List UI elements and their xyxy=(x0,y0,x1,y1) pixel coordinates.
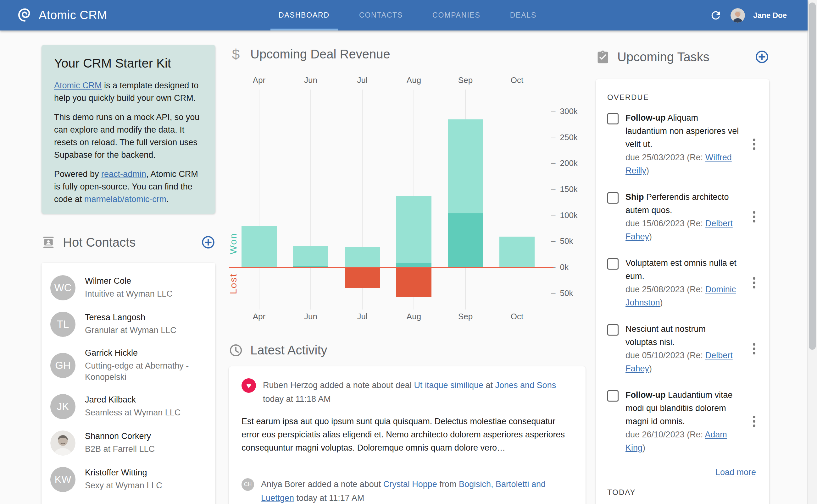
hot-contacts-title: Hot Contacts xyxy=(63,235,135,249)
user-avatar[interactable] xyxy=(731,8,745,23)
list-item-contact[interactable]: Shannon CorkeryB2B at Farrell LLC xyxy=(41,425,216,461)
starter-kit-paragraph: This demo runs on a mock API, so you can… xyxy=(54,111,203,161)
avatar: WC xyxy=(50,275,75,300)
more-options-icon[interactable] xyxy=(750,413,758,430)
page-scrollbar[interactable] xyxy=(807,0,817,504)
x-axis-label-top: Jul xyxy=(343,75,381,85)
more-options-icon[interactable] xyxy=(750,136,758,152)
more-options-icon[interactable] xyxy=(750,341,758,357)
tab-companies[interactable]: COMPANIES xyxy=(424,0,489,30)
list-item-contact[interactable]: KWKristoffer WittingSexy at Wyman LLC xyxy=(41,461,216,498)
contact-text: Jared KilbackSeamless at Wyman LLC xyxy=(85,395,180,418)
task-item: Nesciunt aut nostrum voluptas nisi.due 0… xyxy=(607,322,758,375)
app-logo[interactable]: Atomic CRM xyxy=(17,0,107,30)
x-axis-label-top: Oct xyxy=(498,75,536,85)
y-tick: –300k xyxy=(551,107,578,116)
bar-won-sep[interactable] xyxy=(448,213,483,267)
tab-contacts[interactable]: CONTACTS xyxy=(351,0,411,30)
task-checkbox[interactable] xyxy=(607,390,619,402)
tab-deals[interactable]: DEALS xyxy=(502,0,545,30)
contact-text: Garrick HickleCutting-edge at Abernathy … xyxy=(85,348,209,383)
task-text: Nesciunt aut nostrum voluptas nisi.due 0… xyxy=(626,322,739,375)
y-tick: –0k xyxy=(551,262,568,272)
bar-pending-sep[interactable] xyxy=(448,119,483,213)
list-item-contact[interactable]: GHGarrick HickleCutting-edge at Abernath… xyxy=(41,342,216,388)
tick-mark: – xyxy=(551,211,555,220)
y-tick-label: 0k xyxy=(560,262,568,272)
bar-pending-jul[interactable] xyxy=(345,247,380,267)
bar-pending-apr[interactable] xyxy=(242,226,277,267)
task-description: Nesciunt aut nostrum voluptas nisi. xyxy=(626,322,739,349)
avatar-initials: CH xyxy=(242,478,254,491)
bar-pending-oct[interactable] xyxy=(499,237,535,267)
deal-link[interactable]: Ut itaque similique xyxy=(414,381,483,390)
contact-name: Wilmer Cole xyxy=(85,276,173,286)
atomic-crm-link[interactable]: Atomic CRM xyxy=(54,81,102,90)
y-tick-label: 300k xyxy=(560,107,577,116)
scrollbar-thumb[interactable] xyxy=(809,3,816,350)
y-tick: –250k xyxy=(551,133,578,142)
text-segment: . xyxy=(166,194,169,204)
task-checkbox[interactable] xyxy=(607,324,619,336)
contact-name: Kristoffer Witting xyxy=(85,468,162,478)
contact-subtitle: Granular at Wyman LLC xyxy=(85,325,176,336)
text-segment: ) xyxy=(649,232,652,241)
bar-pending-aug[interactable] xyxy=(396,196,431,263)
x-axis-label-top: Aug xyxy=(395,75,433,85)
tasks-title: Upcoming Tasks xyxy=(617,50,710,64)
tab-dashboard[interactable]: DASHBOARD xyxy=(271,0,338,30)
x-axis-label-bottom: Oct xyxy=(498,312,536,321)
task-checkbox[interactable] xyxy=(607,192,619,204)
revenue-title: Upcoming Deal Revenue xyxy=(250,47,390,61)
text-segment: due 25/03/2023 (Re: xyxy=(626,153,705,162)
dollar-icon: $ xyxy=(229,47,243,61)
bar-lost-aug[interactable] xyxy=(396,267,431,297)
tick-mark: – xyxy=(551,288,555,298)
task-description: Voluptatem est omnis nulla et eum. xyxy=(626,256,739,283)
avatar: TL xyxy=(50,312,75,337)
bar-pending-jun[interactable] xyxy=(293,246,328,266)
task-item: Voluptatem est omnis nulla et eum.due 25… xyxy=(607,256,758,309)
activity-header: Latest Activity xyxy=(229,343,487,357)
y-tick: –50k xyxy=(551,288,573,298)
list-item-contact[interactable]: WCWilmer ColeIntuitive at Wyman LLC xyxy=(41,270,216,306)
list-item-contact[interactable]: TLTeresa LangoshGranular at Wyman LLC xyxy=(41,306,216,342)
starter-kit-paragraph: Atomic CRM is a template designed to hel… xyxy=(54,79,203,104)
avatar: GH xyxy=(50,353,75,378)
text-segment: today at 11:18 AM xyxy=(263,394,331,404)
text-segment: Powered by xyxy=(54,169,101,179)
bar-lost-jul[interactable] xyxy=(345,267,380,288)
more-options-icon[interactable] xyxy=(750,209,758,225)
task-section-label: OVERDUE xyxy=(607,93,758,102)
task-item: Follow-up Aliquam laudantium non asperio… xyxy=(607,111,758,177)
load-more-link[interactable]: Load more xyxy=(716,468,756,477)
text-segment: ) xyxy=(643,443,645,452)
text-segment: Follow-up xyxy=(626,390,666,400)
revenue-header: $ Upcoming Deal Revenue xyxy=(229,47,487,61)
activity-entry: ♥Ruben Herzog added a note about deal Ut… xyxy=(242,378,573,406)
more-options-icon[interactable] xyxy=(750,275,758,291)
contact-link[interactable]: Crystal Hoppe xyxy=(383,479,437,489)
marmelab-atomic-crm-link[interactable]: marmelab/atomic-crm xyxy=(84,194,166,204)
text-segment: due 15/06/2023 (Re: xyxy=(626,219,705,228)
contact-name: Teresa Langosh xyxy=(85,313,176,322)
text-segment: due 05/10/2023 (Re: xyxy=(626,351,705,360)
text-segment: Ruben Herzog added a note about deal xyxy=(263,381,414,390)
task-item: Ship Perferendis architecto autem quos.d… xyxy=(607,190,758,243)
task-checkbox[interactable] xyxy=(607,113,619,124)
tick-mark: – xyxy=(551,184,555,194)
list-item-contact[interactable]: JKJared KilbackSeamless at Wyman LLC xyxy=(41,388,216,425)
tick-mark: – xyxy=(551,133,555,142)
add-contact-icon[interactable] xyxy=(201,235,216,249)
add-task-icon[interactable] xyxy=(755,50,769,64)
company-link[interactable]: Jones and Sons xyxy=(495,381,556,390)
refresh-icon[interactable] xyxy=(709,9,722,22)
activity-text: Ruben Herzog added a note about deal Ut … xyxy=(263,378,565,406)
chart-y-axis: –300k–250k–200k–150k–100k–50k–0k–50k xyxy=(551,75,589,327)
task-checkbox[interactable] xyxy=(607,258,619,270)
gridline xyxy=(517,90,517,310)
y-tick-label: 50k xyxy=(560,236,573,246)
load-more-wrap: Load more xyxy=(607,468,756,477)
company-heart-logo-icon: ♥ xyxy=(242,378,256,393)
react-admin-link[interactable]: react-admin xyxy=(101,169,146,179)
